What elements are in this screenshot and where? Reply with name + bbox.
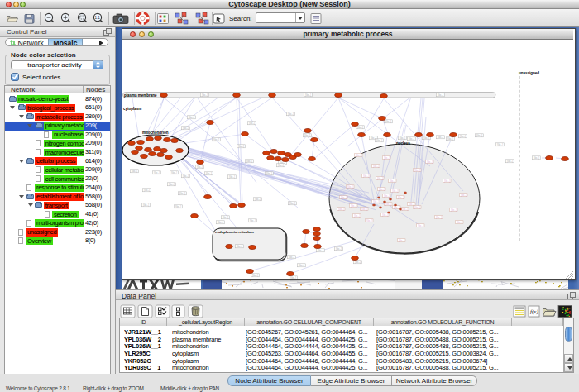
svg-text:[Go...]: [Go...] bbox=[438, 136, 443, 139]
svg-text:[Go...]: [Go...] bbox=[382, 213, 388, 217]
svg-text:[Go...]: [Go...] bbox=[175, 205, 181, 208]
svg-text:cytoplasm: cytoplasm bbox=[123, 107, 141, 111]
svg-text:[Go...]: [Go...] bbox=[379, 188, 385, 191]
svg-text:[Go...]: [Go...] bbox=[400, 136, 405, 140]
svg-text:[Go...]: [Go...] bbox=[288, 112, 294, 116]
svg-text:[Go...]: [Go...] bbox=[444, 179, 450, 183]
svg-text:[Go...]: [Go...] bbox=[376, 139, 382, 142]
svg-text:[Go...]: [Go...] bbox=[278, 164, 284, 167]
svg-text:[Go...]: [Go...] bbox=[336, 247, 342, 251]
svg-text:[Go...]: [Go...] bbox=[299, 264, 304, 267]
svg-text:f(x): f(x) bbox=[530, 308, 538, 315]
svg-text:[Go...]: [Go...] bbox=[252, 274, 258, 277]
svg-text:[Go...]: [Go...] bbox=[476, 134, 482, 137]
svg-text:[Go...]: [Go...] bbox=[438, 93, 443, 97]
svg-text:[Go...]: [Go...] bbox=[427, 160, 433, 164]
svg-text:[Go...]: [Go...] bbox=[206, 172, 212, 175]
svg-text:[Go...]: [Go...] bbox=[154, 171, 160, 174]
svg-text:[Go...]: [Go...] bbox=[354, 214, 360, 218]
svg-text:[Go...]: [Go...] bbox=[355, 261, 361, 264]
svg-text:[Go...]: [Go...] bbox=[189, 116, 194, 119]
svg-text:[Go...]: [Go...] bbox=[399, 239, 404, 242]
svg-text:plasma membrane: plasma membrane bbox=[124, 93, 157, 98]
svg-text:[Go...]: [Go...] bbox=[398, 196, 404, 199]
svg-text:[Go...]: [Go...] bbox=[392, 189, 398, 193]
svg-text:[Go...]: [Go...] bbox=[409, 137, 414, 141]
svg-text:[Go...]: [Go...] bbox=[377, 177, 383, 180]
svg-text:[Go...]: [Go...] bbox=[447, 137, 453, 141]
svg-text:[Go...]: [Go...] bbox=[385, 120, 391, 123]
svg-text:[Go...]: [Go...] bbox=[373, 200, 379, 203]
svg-text:[Go...]: [Go...] bbox=[436, 216, 442, 219]
svg-text:[Go...]: [Go...] bbox=[213, 138, 219, 141]
svg-text:[Go...]: [Go...] bbox=[384, 194, 390, 198]
svg-text:[Go...]: [Go...] bbox=[390, 179, 395, 183]
svg-text:[Go...]: [Go...] bbox=[461, 194, 467, 197]
svg-text:[Go...]: [Go...] bbox=[266, 172, 272, 175]
svg-text:[Go...]: [Go...] bbox=[250, 219, 256, 222]
svg-text:[Go...]: [Go...] bbox=[229, 175, 235, 179]
svg-text:[Go...]: [Go...] bbox=[341, 196, 347, 199]
svg-text:[Go...]: [Go...] bbox=[237, 245, 242, 248]
svg-text:[Go...]: [Go...] bbox=[179, 192, 185, 195]
svg-text:[Go...]: [Go...] bbox=[356, 154, 361, 157]
svg-text:[Go...]: [Go...] bbox=[202, 93, 208, 97]
svg-text:[Go...]: [Go...] bbox=[351, 204, 356, 208]
svg-text:[Go...]: [Go...] bbox=[507, 160, 513, 163]
svg-text:[Go...]: [Go...] bbox=[144, 189, 150, 192]
svg-text:[Go...]: [Go...] bbox=[418, 224, 423, 227]
svg-text:endoplasmic reticulum: endoplasmic reticulum bbox=[215, 230, 254, 234]
svg-text:[Go...]: [Go...] bbox=[290, 276, 296, 279]
svg-text:[Go...]: [Go...] bbox=[361, 208, 367, 211]
svg-text:[Go...]: [Go...] bbox=[169, 183, 175, 186]
svg-text:[Go...]: [Go...] bbox=[304, 134, 310, 137]
svg-text:[Go...]: [Go...] bbox=[197, 165, 203, 169]
svg-text:[Go...]: [Go...] bbox=[255, 198, 261, 201]
svg-text:[Go...]: [Go...] bbox=[347, 185, 353, 189]
svg-text:[Go...]: [Go...] bbox=[132, 170, 137, 173]
svg-text:[Go...]: [Go...] bbox=[318, 249, 323, 252]
svg-text:[Go...]: [Go...] bbox=[457, 221, 462, 224]
svg-text:[Go...]: [Go...] bbox=[534, 156, 539, 160]
svg-text:[Go...]: [Go...] bbox=[183, 127, 189, 130]
svg-text:[Go...]: [Go...] bbox=[249, 122, 255, 125]
svg-text:[Go...]: [Go...] bbox=[357, 126, 363, 129]
svg-text:[Go...]: [Go...] bbox=[183, 174, 189, 178]
svg-text:[Go...]: [Go...] bbox=[385, 203, 391, 206]
svg-text:[Go...]: [Go...] bbox=[497, 143, 503, 146]
svg-text:[Go...]: [Go...] bbox=[363, 174, 369, 178]
svg-text:[Go...]: [Go...] bbox=[460, 135, 466, 138]
svg-text:mitochondrion: mitochondrion bbox=[142, 131, 169, 135]
svg-text:[Go...]: [Go...] bbox=[171, 171, 177, 174]
svg-text:[Go...]: [Go...] bbox=[366, 219, 372, 222]
svg-text:[Go...]: [Go...] bbox=[338, 208, 344, 211]
svg-text:[Go...]: [Go...] bbox=[289, 256, 294, 259]
svg-text:[Go...]: [Go...] bbox=[305, 93, 311, 97]
svg-text:[Go...]: [Go...] bbox=[384, 156, 390, 160]
svg-text:nucleus: nucleus bbox=[396, 141, 411, 146]
svg-text:[Go...]: [Go...] bbox=[246, 160, 252, 163]
svg-text:[Go...]: [Go...] bbox=[223, 216, 228, 219]
svg-text:1:1: 1:1 bbox=[95, 16, 101, 20]
svg-text:unassigned: unassigned bbox=[519, 71, 539, 75]
svg-text:[Go...]: [Go...] bbox=[414, 206, 420, 209]
svg-text:[Go...]: [Go...] bbox=[414, 169, 420, 172]
svg-text:[Go...]: [Go...] bbox=[423, 136, 429, 140]
svg-text:[Go...]: [Go...] bbox=[218, 221, 223, 224]
svg-text:[Go...]: [Go...] bbox=[373, 165, 379, 168]
svg-text:[Go...]: [Go...] bbox=[238, 145, 244, 148]
svg-text:[Go...]: [Go...] bbox=[451, 208, 457, 212]
svg-text:[Go...]: [Go...] bbox=[402, 208, 408, 211]
svg-text:[Go...]: [Go...] bbox=[290, 202, 295, 205]
svg-text:[Go...]: [Go...] bbox=[143, 203, 149, 207]
